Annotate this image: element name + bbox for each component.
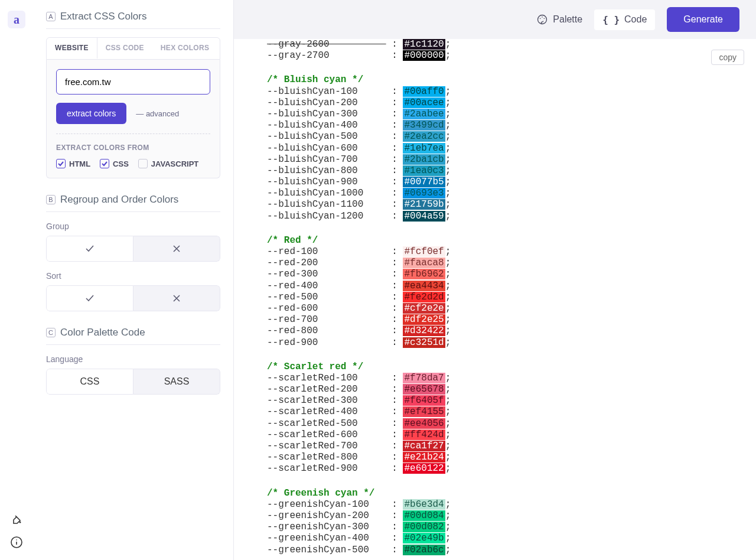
svg-point-7: [544, 18, 545, 19]
code-tab[interactable]: { } Code: [594, 9, 655, 30]
code-line: --bluishCyan-100 : #00aff0;: [267, 86, 739, 97]
code-line: --bluishCyan-900 : #0077b5;: [267, 177, 739, 188]
extract-from-label: EXTRACT COLORS FROM: [56, 144, 210, 152]
code-line: --red-500 : #fe2d2d;: [267, 292, 739, 303]
code-line: --scarletRed-300 : #f6405f;: [267, 395, 739, 406]
code-line: --bluishCyan-600 : #1eb7ea;: [267, 143, 739, 154]
svg-point-5: [540, 18, 541, 19]
code-line: --scarletRed-100 : #f78da7;: [267, 373, 739, 384]
code-line: --scarletRed-900 : #e60122;: [267, 463, 739, 474]
code-line: --red-600 : #cf2e2e;: [267, 303, 739, 314]
palette-label: Palette: [553, 14, 582, 25]
language-label: Language: [46, 354, 220, 364]
group-label: Group: [46, 222, 220, 231]
check-html-label: HTML: [69, 159, 90, 168]
code-line: --red-300 : #fb6962;: [267, 269, 739, 280]
code-line: --bluishCyan-500 : #2ea2cc;: [267, 131, 739, 142]
code-line: --bluishCyan-1200 : #004a59;: [267, 211, 739, 222]
svg-point-0: [19, 522, 21, 523]
check-html[interactable]: HTML: [56, 159, 90, 168]
section-b-badge: B: [46, 195, 56, 204]
code-line: --red-800 : #d32422;: [267, 325, 739, 337]
code-comment: /* Scarlet red */: [267, 362, 739, 373]
tab-css-code[interactable]: CSS CODE: [97, 38, 152, 59]
lang-css[interactable]: CSS: [46, 369, 133, 395]
code-line: --red-900 : #c3251d;: [267, 337, 739, 349]
code-line: --red-200 : #faaca8;: [267, 258, 739, 269]
svg-point-6: [542, 17, 543, 18]
code-line: --greenishCyan-300 : #00d082;: [267, 522, 739, 533]
group-yes[interactable]: [46, 236, 133, 262]
code-line: --scarletRed-800 : #e21b24;: [267, 452, 739, 463]
code-line: --gray-2600 : #1c1120;: [267, 39, 739, 50]
section-c-title: Color Palette Code: [60, 327, 145, 338]
code-line: --bluishCyan-1100 : #21759b;: [267, 199, 739, 210]
info-icon[interactable]: [9, 535, 24, 549]
code-line: --gray-2700 : #000000;: [267, 50, 739, 61]
svg-point-4: [538, 15, 547, 24]
nav-rail: a: [0, 0, 33, 560]
code-line: --greenishCyan-200 : #00d084;: [267, 510, 739, 522]
svg-point-3: [16, 539, 17, 541]
code-line: --red-100 : #fcf0ef;: [267, 246, 739, 258]
sort-no[interactable]: [133, 285, 220, 311]
code-line: --bluishCyan-400 : #3499cd;: [267, 120, 739, 131]
code-line: --bluishCyan-1000 : #0693e3;: [267, 188, 739, 199]
section-b-title: Regroup and Order Colors: [60, 194, 178, 206]
tab-hex-colors[interactable]: HEX COLORS: [152, 38, 217, 59]
code-line: --scarletRed-700 : #ca1f27;: [267, 441, 739, 452]
fill-icon[interactable]: [9, 512, 24, 526]
code-comment: /* Greenish cyan */: [267, 488, 739, 499]
group-no[interactable]: [133, 236, 220, 262]
code-line: --red-700 : #df2e25;: [267, 314, 739, 325]
section-a-badge: A: [46, 12, 56, 21]
check-css-label: CSS: [113, 159, 129, 168]
code-line: --greenishCyan-400 : #02e49b;: [267, 533, 739, 544]
code-comment: /* Red */: [267, 235, 739, 246]
code-label: Code: [624, 14, 647, 25]
code-line: --greenishCyan-100 : #b6e3d4;: [267, 499, 739, 510]
tab-website[interactable]: WEBSITE: [47, 38, 97, 59]
code-line: --bluishCyan-700 : #2ba1cb;: [267, 154, 739, 165]
section-a-title: Extract CSS Colors: [60, 11, 146, 22]
check-css[interactable]: CSS: [100, 159, 129, 168]
copy-button[interactable]: copy: [711, 50, 744, 65]
check-javascript[interactable]: JAVASCRIPT: [138, 159, 198, 168]
sort-yes[interactable]: [46, 285, 133, 311]
code-comment: /* Bluish cyan */: [267, 74, 739, 86]
lang-sass[interactable]: SASS: [133, 369, 220, 395]
code-line: --bluishCyan-200 : #00acee;: [267, 97, 739, 109]
sidebar: A Extract CSS Colors WEBSITE CSS CODE HE…: [33, 0, 234, 560]
code-line: --red-400 : #ea4434;: [267, 281, 739, 292]
extract-tabs: WEBSITE CSS CODE HEX COLORS: [46, 37, 220, 60]
code-line: --bluishCyan-800 : #1ea0c3;: [267, 165, 739, 177]
advanced-link[interactable]: advanced: [136, 109, 179, 118]
logo[interactable]: a: [8, 11, 25, 28]
sort-label: Sort: [46, 271, 220, 281]
code-line: --bluishCyan-300 : #2aabee;: [267, 109, 739, 120]
code-line: --scarletRed-200 : #e65678;: [267, 384, 739, 395]
topbar: Palette { } Code Generate: [234, 0, 756, 39]
code-line: --greenishCyan-500 : #02ab6c;: [267, 545, 739, 556]
generate-button[interactable]: Generate: [667, 7, 739, 32]
extract-colors-button[interactable]: extract colors: [56, 103, 126, 124]
check-js-label: JAVASCRIPT: [151, 159, 198, 168]
url-input[interactable]: [56, 69, 210, 95]
code-output: copy --gray-2600 : #1c1120;--gray-2700 :…: [234, 39, 756, 560]
code-line: --scarletRed-400 : #ef4155;: [267, 406, 739, 418]
section-c-badge: C: [46, 328, 56, 337]
code-line: --scarletRed-600 : #ff424d;: [267, 429, 739, 441]
palette-tab[interactable]: Palette: [536, 14, 582, 25]
code-line: --scarletRed-500 : #ee4056;: [267, 418, 739, 429]
